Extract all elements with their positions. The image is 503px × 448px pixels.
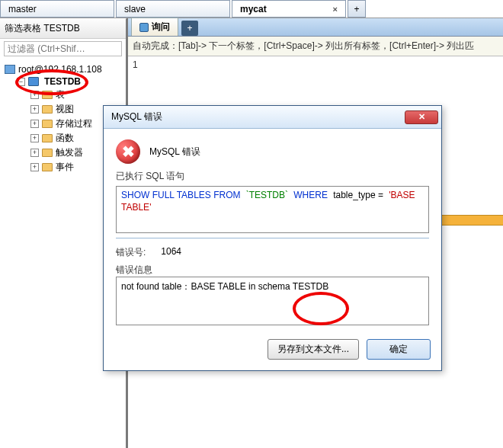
database-node[interactable]: − TESTDB: [3, 75, 123, 88]
query-icon: [139, 23, 149, 32]
close-icon[interactable]: ×: [333, 5, 338, 14]
filter-title: 筛选表格 TESTDB: [0, 19, 126, 39]
error-dialog: MySQL 错误 ✕ ✖ MySQL 错误 已执行 SQL 语句 SHOW FU…: [103, 105, 442, 371]
query-tab[interactable]: 询问: [131, 18, 178, 36]
errmsg-box[interactable]: not found table：BASE TABLE in schema TES…: [116, 277, 429, 325]
autocomplete-hint: 自动完成：[Tab]-> 下一个标签，[Ctrl+Space]-> 列出所有标签…: [128, 37, 503, 56]
errno-value: 1064: [161, 246, 181, 259]
save-to-file-button[interactable]: 另存到文本文件...: [268, 339, 359, 360]
executed-sql-box[interactable]: SHOW FULL TABLES FROM `TESTDB` WHERE tab…: [116, 186, 429, 233]
database-icon: [28, 77, 39, 86]
tab-slave[interactable]: slave: [116, 0, 230, 18]
tab-master[interactable]: master: [0, 0, 114, 18]
error-icon: ✖: [116, 139, 140, 164]
server-icon: [5, 65, 15, 74]
tree-node-tables[interactable]: +表: [3, 88, 123, 102]
folder-icon: [42, 91, 53, 99]
new-tab-button[interactable]: +: [348, 0, 366, 18]
dialog-title: MySQL 错误: [111, 110, 162, 123]
expand-icon[interactable]: +: [30, 163, 39, 171]
folder-icon: [42, 163, 53, 171]
dialog-close-button[interactable]: ✕: [405, 110, 438, 124]
collapse-icon[interactable]: −: [17, 78, 25, 86]
folder-icon: [42, 149, 53, 157]
dialog-heading: MySQL 错误: [149, 146, 200, 158]
folder-icon: [42, 120, 53, 128]
errno-label: 错误号:: [116, 246, 146, 259]
folder-icon: [42, 134, 53, 142]
folder-icon: [42, 105, 53, 114]
expand-icon[interactable]: +: [30, 134, 39, 142]
expand-icon[interactable]: +: [30, 91, 39, 99]
ok-button[interactable]: 确定: [367, 339, 431, 360]
errmsg-label: 错误信息: [116, 264, 429, 277]
executed-sql-label: 已执行 SQL 语句: [116, 170, 429, 183]
new-query-button[interactable]: +: [181, 21, 198, 36]
tab-mycat[interactable]: mycat ×: [232, 0, 346, 18]
top-tabs: master slave mycat × +: [0, 0, 503, 18]
dialog-titlebar[interactable]: MySQL 错误 ✕: [104, 106, 441, 129]
server-node[interactable]: root@192.168.1.108: [3, 63, 123, 75]
expand-icon[interactable]: +: [30, 149, 39, 157]
expand-icon[interactable]: +: [30, 120, 39, 128]
content-tabs: 询问 +: [128, 18, 503, 37]
filter-input[interactable]: [4, 41, 122, 56]
expand-icon[interactable]: +: [30, 105, 39, 114]
